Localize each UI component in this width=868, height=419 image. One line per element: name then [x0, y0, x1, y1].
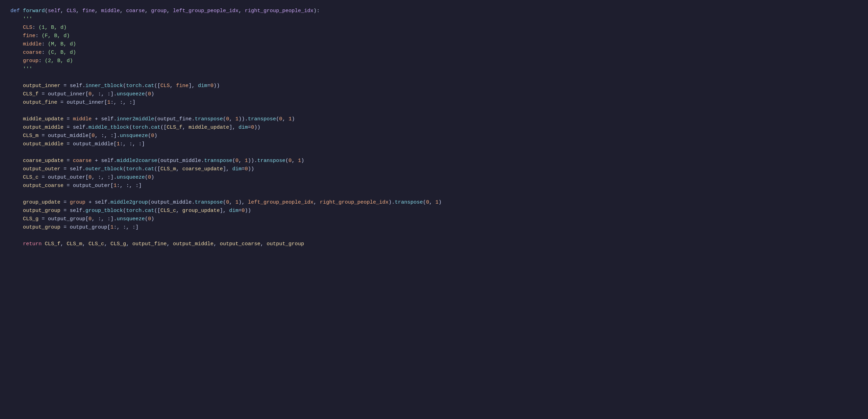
docstring-group: group: [23, 58, 39, 64]
docstring-group-val: (2, B, d): [45, 58, 73, 64]
return-output-fine: output_fine: [132, 241, 167, 247]
var-cls-m: CLS_m: [23, 133, 39, 139]
docstring-open: ''': [23, 16, 32, 22]
var-output-inner: output_inner: [23, 83, 60, 89]
function-name: forward: [23, 8, 45, 14]
var-middle-update: middle_update: [23, 116, 64, 122]
var-output-fine: output_fine: [23, 100, 57, 105]
param-middle: middle: [101, 8, 120, 14]
method-inner2middle: inner2middle: [117, 116, 154, 122]
return-cls-c: CLS_c: [89, 241, 104, 247]
method-group-tblock: group_tblock: [85, 208, 123, 214]
method-middle2coarse: middle2coarse: [117, 158, 157, 164]
var-output-outer: output_outer: [23, 166, 60, 172]
var-output-middle2: output_middle: [23, 141, 64, 147]
return-output-group: output_group: [267, 241, 304, 247]
method-transpose1: transpose: [195, 116, 223, 122]
var-output-group: output_group: [23, 208, 60, 214]
keyword-def: def: [10, 8, 20, 14]
param-cls: CLS: [67, 8, 76, 14]
dim-kwarg: dim: [198, 83, 207, 89]
docstring-middle-val: (M, B, d): [48, 41, 76, 47]
var-cls-c: CLS_c: [23, 174, 39, 180]
method-unsqueeze1: unsqueeze: [117, 91, 145, 97]
ref-coarse: coarse: [73, 158, 92, 164]
param-fine: fine: [82, 8, 95, 14]
param-left: left_group_people_idx: [173, 8, 238, 14]
method-cat: cat: [145, 83, 154, 89]
var-coarse-update: coarse_update: [23, 158, 64, 164]
docstring-coarse: coarse: [23, 50, 42, 55]
return-output-coarse: output_coarse: [220, 241, 260, 247]
ref-group: group: [70, 199, 85, 205]
param-group: group: [151, 8, 167, 14]
ref-fine: fine: [176, 83, 188, 89]
param-coarse: coarse: [126, 8, 145, 14]
torch-ref: torch: [126, 83, 142, 89]
var-group-update: group_update: [23, 199, 60, 205]
code-viewer: def forward(self, CLS, fine, middle, coa…: [10, 7, 858, 248]
method-middle-tblock: middle_tblock: [89, 125, 129, 130]
method-middle2group: middle2group: [110, 199, 148, 205]
return-cls-m: CLS_m: [67, 241, 82, 247]
ref-cls: CLS: [160, 83, 170, 89]
var-cls-g: CLS_g: [23, 216, 39, 222]
docstring-coarse-val: (C, B, d): [48, 50, 76, 55]
param-right: right_group_people_idx: [245, 8, 313, 14]
docstring-cls-val: (1, B, d): [39, 25, 67, 31]
docstring-cls: CLS: [23, 25, 32, 31]
return-output-middle: output_middle: [173, 241, 213, 247]
method-inner-tblock: inner_tblock: [85, 83, 123, 89]
method-transpose2: transpose: [248, 116, 276, 122]
docstring-middle: middle: [23, 41, 42, 47]
var-output-group2: output_group: [23, 224, 60, 230]
docstring-fine-val: (F, B, d): [42, 33, 70, 39]
var-cls-f: CLS_f: [23, 91, 39, 97]
return-cls-g: CLS_g: [110, 241, 126, 247]
docstring-close: ''': [23, 66, 32, 72]
keyword-return: return: [23, 241, 42, 247]
docstring-fine: fine: [23, 33, 35, 39]
param-self: self: [48, 8, 60, 14]
var-output-coarse: output_coarse: [23, 183, 64, 189]
ref-middle: middle: [73, 116, 92, 122]
var-output-middle: output_middle: [23, 125, 64, 130]
method-outer-tblock: outer_tblock: [85, 166, 123, 172]
return-cls-f: CLS_f: [45, 241, 60, 247]
